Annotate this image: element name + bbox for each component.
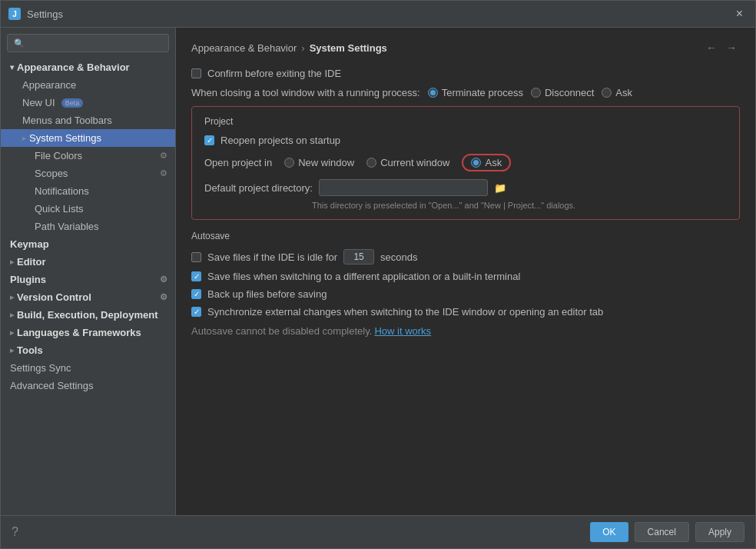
- expand-arrow-editor: ▸: [10, 258, 14, 266]
- autosave-note-row: Autosave cannot be disabled completely. …: [191, 325, 740, 337]
- search-input[interactable]: [29, 38, 162, 48]
- autosave-note-text: Autosave cannot be disabled completely.: [191, 325, 372, 337]
- reopen-projects-checkbox[interactable]: ✓: [204, 135, 214, 145]
- ask-open-radio[interactable]: [471, 158, 481, 168]
- new-window-radio[interactable]: [284, 158, 294, 168]
- sidebar-label-notifications: Notifications: [35, 185, 89, 197]
- sidebar-label-appearance-behavior: Appearance & Behavior: [17, 62, 130, 73]
- backup-files-row: ✓ Back up files before saving: [191, 288, 740, 300]
- ask-open-label: Ask: [485, 157, 502, 168]
- sidebar-label-languages-frameworks: Languages & Frameworks: [17, 327, 141, 338]
- sidebar-item-editor[interactable]: ▸ Editor: [1, 253, 175, 271]
- current-window-option[interactable]: Current window: [366, 157, 449, 168]
- sidebar-item-appearance[interactable]: Appearance: [1, 76, 175, 94]
- sidebar-item-system-settings[interactable]: ▸ System Settings: [1, 129, 175, 147]
- sidebar-item-languages-frameworks[interactable]: ▸ Languages & Frameworks: [1, 324, 175, 341]
- sidebar-label-appearance: Appearance: [22, 79, 76, 91]
- terminate-label: Terminate process: [442, 87, 523, 98]
- expand-arrow-tools: ▸: [10, 346, 14, 354]
- switching-app-checkbox[interactable]: ✓: [191, 271, 201, 281]
- search-box[interactable]: 🔍: [7, 34, 169, 52]
- disconnect-radio[interactable]: [531, 88, 541, 98]
- sidebar-label-new-ui: New UI: [22, 97, 55, 108]
- app-icon: J: [8, 8, 21, 20]
- sidebar-item-advanced-settings[interactable]: Advanced Settings: [1, 377, 175, 394]
- sidebar-item-build-execution[interactable]: ▸ Build, Execution, Deployment: [1, 306, 175, 324]
- open-project-in-row: Open project in New window Current windo…: [204, 154, 727, 171]
- default-dir-label: Default project directory:: [204, 182, 313, 194]
- confirm-exit-row: Confirm before exiting the IDE: [191, 68, 740, 79]
- ask-close-option[interactable]: Ask: [602, 87, 632, 98]
- closing-tool-window-label: When closing a tool window with a runnin…: [191, 87, 420, 98]
- sidebar-label-system-settings: System Settings: [29, 132, 101, 144]
- disconnect-label: Disconnect: [545, 87, 594, 98]
- nav-back-button[interactable]: ←: [703, 40, 720, 55]
- ask-open-option[interactable]: Ask: [462, 154, 511, 171]
- breadcrumb-part1[interactable]: Appearance & Behavior: [191, 42, 297, 54]
- autosave-section-label: Autosave: [191, 231, 740, 241]
- disconnect-option[interactable]: Disconnect: [531, 87, 594, 98]
- default-dir-hint: This directory is preselected in "Open..…: [204, 201, 727, 210]
- help-button[interactable]: ?: [12, 525, 18, 539]
- sidebar-label-advanced-settings: Advanced Settings: [10, 380, 93, 391]
- sidebar-item-file-colors[interactable]: File Colors ⚙: [1, 147, 175, 165]
- nav-forward-button[interactable]: →: [723, 40, 740, 55]
- sync-external-checkbox[interactable]: ✓: [191, 307, 201, 317]
- open-project-in-label: Open project in: [204, 157, 272, 168]
- sidebar-item-path-variables[interactable]: Path Variables: [1, 218, 175, 235]
- reopen-projects-row: ✓ Reopen projects on startup: [204, 135, 727, 146]
- version-control-icon: ⚙: [160, 292, 167, 302]
- sidebar-label-quick-lists: Quick Lists: [35, 203, 84, 215]
- ask-close-label: Ask: [615, 87, 632, 98]
- backup-files-checkbox[interactable]: ✓: [191, 289, 201, 299]
- cancel-button[interactable]: Cancel: [635, 522, 689, 542]
- ok-button[interactable]: OK: [590, 522, 628, 542]
- sidebar-item-plugins[interactable]: Plugins ⚙: [1, 271, 175, 288]
- new-window-option[interactable]: New window: [284, 157, 354, 168]
- sidebar-item-appearance-behavior[interactable]: ▾ Appearance & Behavior: [1, 58, 175, 76]
- breadcrumb-part2: System Settings: [310, 42, 387, 54]
- ask-close-radio[interactable]: [602, 88, 612, 98]
- sync-external-label: Synchronize external changes when switch…: [207, 306, 603, 318]
- switching-app-label: Save files when switching to a different…: [207, 271, 520, 282]
- idle-save-checkbox[interactable]: [191, 252, 201, 262]
- sidebar-item-new-ui[interactable]: New UI Beta: [1, 94, 175, 111]
- idle-seconds-input[interactable]: [343, 249, 374, 265]
- sidebar-item-keymap[interactable]: Keymap: [1, 235, 175, 253]
- sidebar-item-tools[interactable]: ▸ Tools: [1, 341, 175, 359]
- apply-button[interactable]: Apply: [695, 522, 744, 542]
- idle-save-row: Save files if the IDE is idle for second…: [191, 249, 740, 265]
- closing-tool-window-row: When closing a tool window with a runnin…: [191, 87, 740, 98]
- sidebar-item-scopes[interactable]: Scopes ⚙: [1, 165, 175, 182]
- sidebar-label-file-colors: File Colors: [35, 150, 82, 161]
- default-dir-row: Default project directory: 📁: [204, 179, 727, 196]
- current-window-radio[interactable]: [366, 158, 376, 168]
- confirm-exit-checkbox[interactable]: [191, 68, 201, 78]
- folder-icon[interactable]: 📁: [494, 182, 506, 194]
- how-it-works-link[interactable]: How it works: [374, 325, 431, 337]
- expand-arrow-appearance-behavior: ▾: [10, 63, 14, 72]
- sidebar-item-menus-toolbars[interactable]: Menus and Toolbars: [1, 111, 175, 129]
- project-section: Project ✓ Reopen projects on startup Ope…: [191, 106, 740, 220]
- sidebar-item-settings-sync[interactable]: Settings Sync: [1, 359, 175, 377]
- sidebar-label-menus-toolbars: Menus and Toolbars: [22, 115, 112, 126]
- close-button[interactable]: ×: [731, 5, 748, 22]
- sidebar-item-quick-lists[interactable]: Quick Lists: [1, 200, 175, 218]
- breadcrumb-separator: ›: [301, 42, 304, 54]
- new-ui-badge: Beta: [61, 98, 84, 108]
- reopen-projects-label: Reopen projects on startup: [220, 135, 340, 146]
- default-dir-input[interactable]: [319, 179, 488, 196]
- search-icon: 🔍: [14, 38, 25, 48]
- ask-open-radio-container: Ask: [462, 154, 511, 171]
- sidebar-label-build-execution: Build, Execution, Deployment: [17, 309, 158, 321]
- sidebar-label-editor: Editor: [17, 256, 46, 268]
- terminate-radio[interactable]: [428, 88, 438, 98]
- sidebar-item-notifications[interactable]: Notifications: [1, 182, 175, 200]
- terminate-option[interactable]: Terminate process: [428, 87, 523, 98]
- expand-arrow-system-settings: ▸: [22, 134, 26, 142]
- expand-arrow-languages-frameworks: ▸: [10, 328, 14, 337]
- sidebar-label-keymap: Keymap: [10, 238, 49, 250]
- sidebar-item-version-control[interactable]: ▸ Version Control ⚙: [1, 288, 175, 306]
- content-area: Appearance & Behavior › System Settings …: [176, 28, 755, 515]
- footer: ? OK Cancel Apply: [1, 515, 755, 548]
